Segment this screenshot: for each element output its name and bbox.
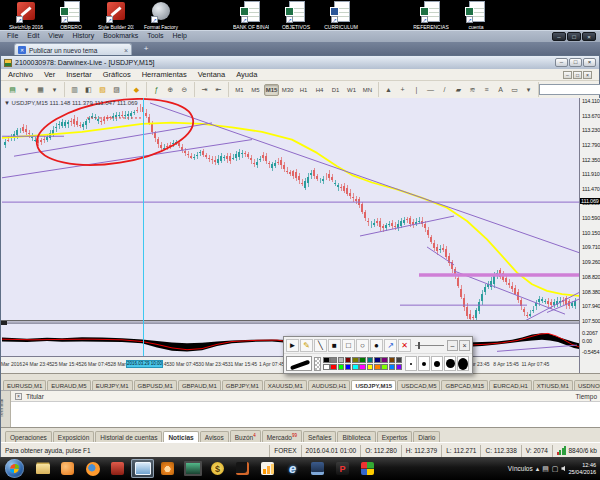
arrow-tool-button[interactable]: ↗ [384,339,397,352]
delete-tool-button[interactable]: ✕ [398,339,411,352]
mt4-titlebar[interactable]: 2100030978: Darwinex-Live - [USDJPY,M15]… [1,56,599,69]
data-window-button[interactable]: ◧ [82,83,95,96]
start-button[interactable] [5,459,24,478]
taskbar-explorer[interactable] [31,459,54,478]
new-order-button[interactable]: ◆ [130,83,143,96]
dot-size-12-button[interactable] [457,356,469,371]
channel-tool-button[interactable]: ▰ [452,83,465,96]
color-swatch[interactable] [338,357,345,364]
profiles-button[interactable]: ▦ [34,83,47,96]
terminal-tab-mercado[interactable]: Mercado99 [262,430,302,442]
chart-tab-eurusd-m1[interactable]: EURUSD,M1 [3,380,46,390]
close-icon[interactable]: × [459,340,470,351]
chart-tab-eurcad-h1[interactable]: EURCAD,H1 [489,380,532,390]
terminal-tab-expertos[interactable]: Expertos [377,431,413,442]
chart-tab-usdnok-m5[interactable]: USDNOK,M5 [574,380,600,390]
color-swatch[interactable] [338,364,345,371]
pencil-tool-button[interactable]: ✎ [300,339,313,352]
mt4-close-button[interactable]: × [583,58,596,67]
color-swatch[interactable] [367,364,374,371]
minimize-button[interactable]: – [552,32,566,41]
dot-size-4-button[interactable] [418,356,430,371]
search-input[interactable] [539,84,600,95]
firefox-menu-help[interactable]: Help [173,32,187,39]
tab-close-icon[interactable]: × [124,47,128,54]
price-chart[interactable] [2,98,579,320]
firefox-menu-edit[interactable]: Edit [27,32,39,39]
mt4-menu-herramientas[interactable]: Herramientas [142,70,187,79]
minimize-icon[interactable]: – [447,340,458,351]
chart-tab-usdcad-m5[interactable]: USDCAD,M5 [397,380,440,390]
color-swatch[interactable] [389,357,396,364]
chart-minimize-button[interactable]: – [563,71,572,79]
speaker-icon[interactable] [561,466,565,472]
color-swatch[interactable] [345,357,352,364]
auto-scroll-button[interactable]: ⇥ [198,83,211,96]
taskbar-screen-app[interactable] [181,459,204,478]
desktop-icon-obrero[interactable]: OBRERO [53,1,89,30]
tray-links-label[interactable]: Vínculos [508,465,533,472]
news-headline-column[interactable]: Titular [26,393,44,400]
chart-shift-button[interactable]: ⇤ [212,83,225,96]
timeframe-d1-button[interactable]: D1 [328,84,343,96]
more-tools-button[interactable]: ▾ [522,83,535,96]
desktop-icon-objetivos[interactable]: OBJETIVOS [278,1,314,30]
timeframe-h4-button[interactable]: H4 [312,84,327,96]
chart-tab-audusd-h1[interactable]: AUDUSD,H1 [308,380,351,390]
horizontal-line-tool-button[interactable]: — [424,83,437,96]
tile-windows-button[interactable]: ▨ [110,83,123,96]
taskbar-internet-explorer[interactable] [281,459,304,478]
color-swatch[interactable] [352,357,359,364]
taskbar-media-player[interactable] [56,459,79,478]
color-swatch[interactable] [396,357,403,364]
transparent-color-swatch[interactable] [314,357,321,371]
timeframe-w1-button[interactable]: W1 [344,84,359,96]
navigator-button[interactable]: ▧ [96,83,109,96]
crosshair-button[interactable]: + [396,83,409,96]
zoom-in-button[interactable]: ⊕ [164,83,177,96]
shapes-tool-button[interactable]: ≡ [480,83,493,96]
color-swatch[interactable] [359,357,366,364]
desktop-icon-cuenta[interactable]: cuenta [458,1,494,30]
chart-tab-gbpaud-m1[interactable]: GBPAUD,M1 [178,380,221,390]
network-icon[interactable]: ▤ [542,465,549,473]
color-swatch[interactable] [330,364,337,371]
chart-tab-xtiusd-m1[interactable]: XTIUSD,M1 [533,380,573,390]
mt4-menu-insertar[interactable]: Insertar [66,70,91,79]
ellipse-tool-button[interactable]: ○ [356,339,369,352]
terminal-tab-avisos[interactable]: Avisos [200,431,229,442]
taskbar-blue-app[interactable] [306,459,329,478]
line-tool-button[interactable]: ╲ [314,339,327,352]
timeframe-mn-button[interactable]: MN [360,84,375,96]
firefox-menu-tools[interactable]: Tools [147,32,163,39]
timeframe-m15-button[interactable]: M15 [264,84,279,96]
color-swatch[interactable] [345,364,352,371]
indicators-button[interactable]: ƒ [150,83,163,96]
taskbar-money-app[interactable] [206,459,229,478]
terminal-tab-buz-n[interactable]: Buzón4 [230,430,261,442]
mt4-minimize-button[interactable]: – [555,58,568,67]
color-swatch[interactable] [389,364,396,371]
news-time-column[interactable]: Tiempo [576,393,597,400]
color-swatch[interactable] [330,357,337,364]
vertical-line-tool-button[interactable]: | [410,83,423,96]
firefox-menu-view[interactable]: View [48,32,63,39]
color-swatch[interactable] [367,357,374,364]
dot-size-9-button[interactable] [444,356,456,371]
firefox-menu-bookmarks[interactable]: Bookmarks [103,32,138,39]
mt4-menu-ver[interactable]: Ver [44,70,55,79]
dot-size-6-button[interactable] [431,356,443,371]
taskbar-hand-app[interactable] [156,459,179,478]
color-swatch[interactable] [381,364,388,371]
timeframe-m5-button[interactable]: M5 [248,84,263,96]
color-swatch[interactable] [374,364,381,371]
color-swatch[interactable] [396,364,403,371]
color-swatch[interactable] [323,357,330,364]
chevron-up-icon[interactable]: ▴ [536,465,540,473]
desktop-icon-style-builder-2016[interactable]: Style Builder 2016 [98,1,134,30]
line-width-slider[interactable] [413,339,446,352]
close-button[interactable]: × [582,32,596,41]
taskbar-powerdvd[interactable] [331,459,354,478]
terminal-side-tab[interactable]: Terminal [1,391,11,428]
taskbar-firefox[interactable] [81,459,104,478]
